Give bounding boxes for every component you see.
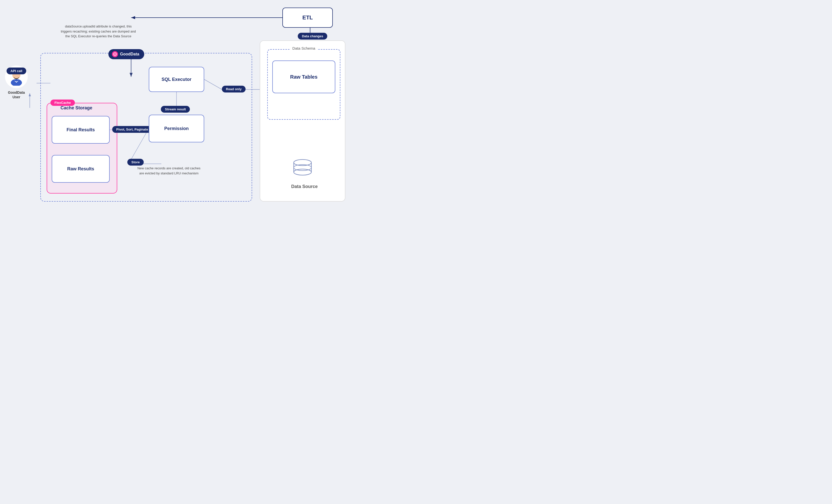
- stream-result-badge: Stream result: [161, 106, 190, 113]
- datasource-label: Data Source: [291, 184, 318, 189]
- final-results-box: Final Results: [52, 116, 110, 144]
- permission-label: Permission: [164, 126, 189, 131]
- etl-label: ETL: [302, 15, 313, 21]
- cache-storage-label: Cache Storage: [60, 105, 92, 111]
- flexcache-badge: FlexCache: [50, 100, 75, 106]
- raw-tables-label: Raw Tables: [290, 74, 318, 80]
- store-badge: Store: [127, 159, 144, 165]
- top-annotation: dataSource.uploadId attribute is changed…: [60, 24, 136, 39]
- final-results-label: Final Results: [67, 127, 95, 133]
- user-area: GoodDataUser API call: [5, 65, 28, 99]
- raw-results-label: Raw Results: [67, 166, 94, 171]
- data-schema-label: Data Schema: [290, 46, 317, 50]
- gooddata-label: GoodData: [120, 52, 139, 56]
- pivot-sort-paginate-badge: Pivot, Sort, Paginate: [112, 126, 152, 133]
- permission-box: Permission: [149, 115, 204, 142]
- data-changes-badge: Data changes: [298, 33, 327, 39]
- raw-results-box: Raw Results: [52, 155, 110, 183]
- store-annotation: New cache records are created, old cache…: [136, 166, 202, 176]
- sql-executor-label: SQL Executor: [162, 77, 191, 82]
- diagram-container: dataSource.uploadId attribute is changed…: [0, 0, 353, 214]
- read-only-badge: Read only: [222, 86, 245, 92]
- etl-box: ETL: [282, 7, 333, 28]
- gooddata-icon: [112, 51, 118, 57]
- gooddata-badge: GoodData: [108, 49, 144, 59]
- gooddata-logo-icon: [113, 52, 117, 56]
- raw-tables-box: Raw Tables: [272, 60, 335, 93]
- svg-point-19: [114, 54, 115, 55]
- svg-point-25: [294, 169, 311, 175]
- database-svg: [291, 159, 314, 179]
- user-label: GoodDataUser: [8, 90, 25, 99]
- api-call-badge: API call: [6, 68, 26, 74]
- database-icon: [291, 159, 314, 180]
- sql-executor-box: SQL Executor: [149, 67, 204, 92]
